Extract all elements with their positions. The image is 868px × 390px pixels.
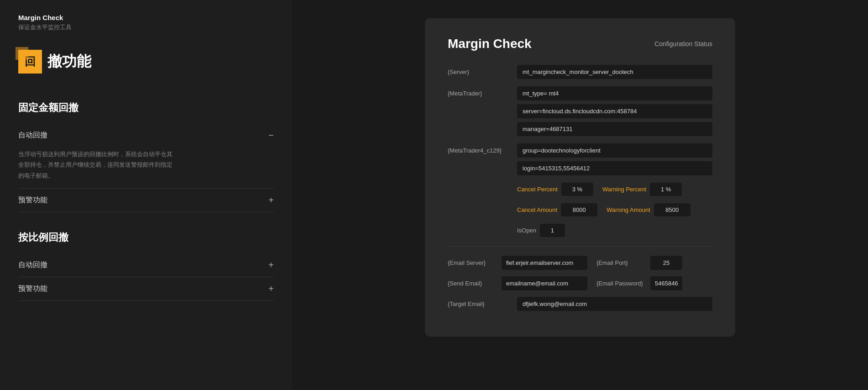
send-email-label: {Send Email} [448,280,498,287]
warning-amount-input[interactable] [654,203,690,216]
cancel-percent-field: Cancel Percent [517,183,593,196]
target-email-label: {Target Email} [448,297,512,307]
ratio-warning-icon: + [268,284,274,294]
mt-type-input[interactable] [517,86,712,100]
warning-icon: + [268,195,274,206]
login-input[interactable] [517,161,712,175]
ratio-warning-accordion[interactable]: 预警功能 + [18,277,274,301]
warning-percent-field: Warning Percent [602,183,682,196]
logo-icon: 回 [18,50,42,74]
ratio-auto-accordion[interactable]: 自动回撤 + [18,253,274,277]
auto-rollback-accordion[interactable]: 自动回撤 − 当浮动亏损达到用户预设的回撤比例时，系统会自动平仓其全部持仓，并禁… [18,124,274,189]
cancel-amount-input[interactable] [561,203,597,216]
send-email-input[interactable] [502,276,587,290]
target-email-row: {Target Email} [448,297,712,311]
warning-percent-input[interactable] [650,183,682,196]
warning-accordion[interactable]: 预警功能 + [18,189,274,212]
card-header: Margin Check Configuration Status [448,37,712,51]
server-input[interactable] [517,65,712,79]
app-title: Margin Check [18,14,274,21]
email-server-input[interactable] [502,256,587,270]
auto-rollback-label: 自动回撤 [18,131,47,140]
isopen-row: IsOpen [448,224,712,237]
server-address-input[interactable] [517,104,712,118]
percent-row: Cancel Percent Warning Percent [448,183,712,196]
email-password-label: {Email Password} [596,280,647,287]
server-label: {Server} [448,65,512,75]
warning-amount-field: Warning Amount [607,203,690,216]
logo-area: 回 撤功能 [18,50,274,74]
amount-row: Cancel Amount Warning Amount [448,203,712,216]
logo-char: 回 [25,54,36,69]
warning-percent-label: Warning Percent [602,186,646,193]
sidebar: Margin Check 保证金水平监控工具 回 撤功能 固定金额回撤 自动回撤… [0,0,292,390]
card-title: Margin Check [448,37,532,51]
email-server-row: {Email Server} {Email Port} [448,256,712,270]
app-title-area: Margin Check 保证金水平监控工具 [18,14,274,50]
app-subtitle: 保证金水平监控工具 [18,23,274,32]
cancel-amount-field: Cancel Amount [517,203,597,216]
main-content: Margin Check Configuration Status {Serve… [292,0,868,390]
divider [448,246,712,247]
target-email-input[interactable] [517,297,712,311]
warning-amount-label: Warning Amount [607,206,650,213]
send-email-field: {Send Email} [448,276,587,290]
group-input[interactable] [517,143,712,158]
email-server-field: {Email Server} [448,256,587,270]
cancel-percent-label: Cancel Percent [517,186,558,193]
metatrader-label: {MetaTrader} [448,86,512,97]
email-port-input[interactable] [650,256,682,270]
server-inputs [517,65,712,79]
send-email-row: {Send Email} {Email Password} [448,276,712,290]
ratio-section-title: 按比例回撤 [18,231,274,244]
email-port-field: {Email Port} [596,256,712,270]
server-row: {Server} [448,65,712,79]
ratio-warning-label: 预警功能 [18,284,47,294]
metatrader4-inputs [517,143,712,175]
ratio-auto-icon: + [268,260,274,270]
config-status: Configuration Status [654,40,712,47]
logo-text: 撤功能 [47,52,91,72]
metatrader-inputs [517,86,712,136]
config-card: Margin Check Configuration Status {Serve… [425,18,735,337]
ratio-warning-header[interactable]: 预警功能 + [18,277,274,300]
email-server-label: {Email Server} [448,259,498,266]
warning-label: 预警功能 [18,195,47,205]
cancel-percent-input[interactable] [561,183,593,196]
ratio-auto-label: 自动回撤 [18,260,47,270]
auto-rollback-description: 当浮动亏损达到用户预设的回撤比例时，系统会自动平仓其全部持仓，并禁止用户继续交易… [18,147,173,188]
cancel-amount-label: Cancel Amount [517,206,557,213]
email-password-field: {Email Password} [596,276,712,290]
metatrader4-row: {MetaTrader4_c129} [448,143,712,175]
ratio-auto-header[interactable]: 自动回撤 + [18,253,274,277]
email-port-label: {Email Port} [596,259,647,266]
auto-rollback-icon: − [268,130,274,141]
email-password-input[interactable] [650,276,682,290]
isopen-label: IsOpen [517,227,536,234]
metatrader4-label: {MetaTrader4_c129} [448,143,512,154]
warning-header[interactable]: 预警功能 + [18,189,274,212]
metatrader-row: {MetaTrader} [448,86,712,136]
fixed-section-title: 固定金额回撤 [18,101,274,115]
target-email-inputs [517,297,712,311]
isopen-input[interactable] [540,224,565,237]
manager-input[interactable] [517,122,712,136]
auto-rollback-header[interactable]: 自动回撤 − [18,124,274,147]
